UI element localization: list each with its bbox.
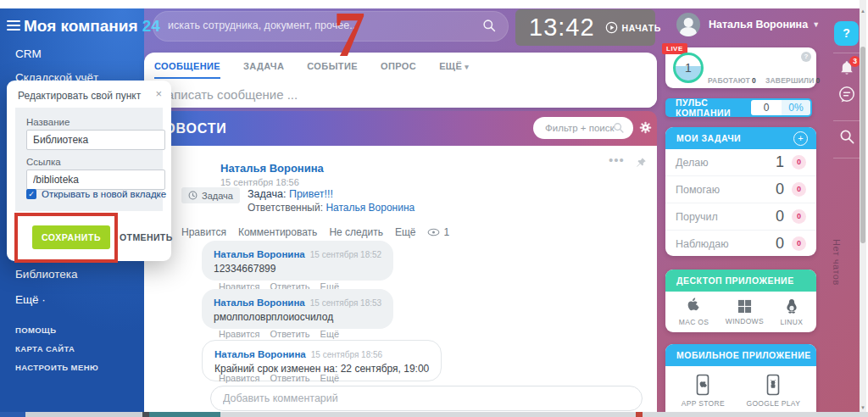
company-pulse-widget[interactable]: ПУЛЬС КОМПАНИИ 0 0%: [665, 98, 812, 117]
working-stat: РАБОТАЮТ0: [708, 76, 756, 85]
comment-actions: Нравится Ответить Ещё: [219, 329, 339, 339]
sidebar-link-sitemap[interactable]: КАРТА САЙТА: [15, 344, 75, 353]
scroll-up-arrow[interactable]: ▲: [860, 8, 866, 14]
googleplay-download[interactable]: GOOGLE PLAY: [747, 374, 801, 408]
help-button[interactable]: ?: [834, 21, 859, 46]
open-new-tab-checkbox[interactable]: ✓ Открывать в новой вкладке: [26, 189, 166, 199]
post-responsible-line: Ответственный: Наталья Воронина: [248, 202, 415, 214]
action-more[interactable]: Ещё: [395, 226, 416, 238]
task-link[interactable]: Привет!!!: [289, 188, 333, 200]
bitrix24-app: Моя компания 24 искать сотрудника, докум…: [0, 0, 868, 417]
task-row-helping[interactable]: Помогаю 0 0: [665, 175, 816, 203]
scrollbar-thumb[interactable]: [860, 47, 865, 243]
comment-like[interactable]: Нравится: [219, 329, 260, 339]
live-counter[interactable]: 1: [673, 53, 704, 83]
action-comment[interactable]: Комментировать: [238, 226, 317, 238]
task-row-assigned[interactable]: Поручил 0 0: [665, 203, 816, 230]
composer-card: СООБЩЕНИЕ ЗАДАЧА СОБЫТИЕ ОПРОС ЕЩЁ▾: [144, 53, 657, 108]
comment-text: рмолполоврплоиосчилод: [214, 311, 381, 323]
clock-icon: [188, 191, 198, 200]
message-input[interactable]: [144, 81, 657, 108]
rail-search-icon[interactable]: [839, 129, 855, 145]
post-author-link[interactable]: Наталья Воронина: [220, 162, 324, 175]
notifications-bell-icon[interactable]: 3: [838, 59, 855, 77]
pulse-title: ПУЛЬС КОМПАНИИ: [676, 97, 751, 118]
tab-poll[interactable]: ОПРОС: [381, 53, 416, 80]
comment-more[interactable]: Ещё: [320, 373, 340, 383]
task-counter-badge: 0: [792, 236, 806, 251]
appstore-phone-icon: [695, 374, 710, 396]
pin-icon[interactable]: [636, 157, 647, 168]
name-field-label: Название: [26, 117, 70, 127]
name-field[interactable]: [26, 130, 165, 150]
post-type-badge: Задача: [181, 187, 240, 203]
search-icon: [613, 122, 625, 134]
post-actions: Нравится Комментировать Не следить Ещё 1: [181, 226, 449, 238]
desktop-app-header: ДЕСКТОП ПРИЛОЖЕНИЕ: [665, 270, 816, 292]
task-row-watching[interactable]: Наблюдаю 0 0: [665, 230, 816, 257]
views-count: 1: [443, 226, 449, 238]
tab-message[interactable]: СООБЩЕНИЕ: [154, 53, 220, 80]
divider: [833, 158, 860, 158]
mobile-app-header: МОБИЛЬНОЕ ПРИЛОЖЕНИЕ: [665, 344, 816, 366]
my-tasks-header: МОИ ЗАДАЧИ +: [665, 127, 816, 149]
link-field-label: Ссылка: [26, 157, 61, 167]
top-white-strip: [0, 0, 868, 8]
post-more-icon[interactable]: •••: [609, 153, 625, 167]
global-search[interactable]: искать сотрудника, документ, прочее...: [153, 11, 509, 42]
user-menu[interactable]: Наталья Воронина ▼: [676, 13, 820, 36]
macos-download[interactable]: MAC OS: [679, 297, 709, 326]
tab-more[interactable]: ЕЩЁ▾: [439, 53, 469, 80]
desktop-app-widget: ДЕСКТОП ПРИЛОЖЕНИЕ MAC OS WINDOWS LINUX: [665, 270, 816, 332]
comment-reply[interactable]: Ответить: [270, 373, 310, 383]
linux-download[interactable]: LINUX: [781, 298, 804, 326]
chat-icon[interactable]: [837, 85, 856, 103]
action-like[interactable]: Нравится: [181, 226, 226, 238]
tab-task[interactable]: ЗАДАЧА: [243, 53, 284, 80]
sidebar-item-more[interactable]: Ещё ·: [15, 293, 46, 306]
checkbox-label: Открывать в новой вкладке: [42, 189, 166, 199]
help-icon[interactable]: ?: [801, 52, 811, 62]
comment-bubble: Наталья Воронина15 сентября 18:53 рмолпо…: [202, 289, 393, 329]
my-tasks-title: МОИ ЗАДАЧИ: [676, 133, 793, 143]
pulse-values: 0 0%: [751, 100, 810, 115]
scroll-down-arrow[interactable]: ▼: [860, 405, 866, 410]
add-task-icon[interactable]: +: [793, 131, 808, 146]
appstore-download[interactable]: APP STORE: [682, 374, 725, 408]
sidebar-item-crm[interactable]: CRM: [15, 47, 42, 60]
divider: [833, 53, 860, 53]
chevron-down-icon: ▼: [812, 20, 820, 29]
user-name: Наталья Воронина: [709, 19, 808, 31]
feed-filter-search[interactable]: Фильтр + поиск: [533, 117, 633, 139]
comment-reply[interactable]: Ответить: [270, 329, 310, 339]
close-icon[interactable]: ×: [155, 87, 162, 100]
eye-icon: 1: [427, 226, 449, 238]
comment-author[interactable]: Наталья Воронина: [214, 249, 305, 259]
task-row-doing[interactable]: Делаю 1 0: [665, 149, 816, 175]
pulse-count: 0: [751, 100, 782, 115]
app-logo[interactable]: Моя компания 24: [24, 17, 160, 36]
action-unfollow[interactable]: Не следить: [329, 226, 383, 238]
global-search-placeholder: искать сотрудника, документ, прочее...: [168, 19, 359, 31]
windows-download[interactable]: WINDOWS: [726, 299, 764, 325]
mobile-app-widget: МОБИЛЬНОЕ ПРИЛОЖЕНИЕ APP STORE GOOGLE PL…: [665, 344, 816, 417]
sidebar-item-library[interactable]: Библиотека: [15, 268, 77, 281]
cancel-button[interactable]: ОТМЕНИТЬ: [120, 232, 173, 242]
worktime-widget: 13:42 НАЧАТЬ: [515, 9, 655, 46]
comment-author[interactable]: Наталья Воронина: [214, 349, 306, 359]
start-workday-button[interactable]: НАЧАТЬ: [605, 21, 661, 34]
sidebar-link-help[interactable]: ПОМОЩЬ: [15, 325, 56, 335]
sidebar-link-configure-menu[interactable]: НАСТРОИТЬ МЕНЮ: [15, 363, 98, 372]
comment-date: 15 сентября 18:56: [311, 350, 382, 359]
comment-like[interactable]: Нравится: [219, 373, 260, 383]
start-label: НАЧАТЬ: [622, 23, 661, 33]
gear-icon[interactable]: [639, 121, 652, 134]
responsible-link[interactable]: Наталья Воронина: [326, 202, 415, 214]
bottom-strip: [149, 412, 220, 417]
add-comment-input[interactable]: [210, 386, 643, 411]
menu-hamburger-icon[interactable]: [7, 20, 20, 31]
link-field[interactable]: [26, 170, 165, 190]
task-counter-badge: 0: [792, 155, 806, 170]
comment-more[interactable]: Ещё: [320, 329, 340, 339]
comment-author[interactable]: Наталья Воронина: [214, 297, 305, 308]
